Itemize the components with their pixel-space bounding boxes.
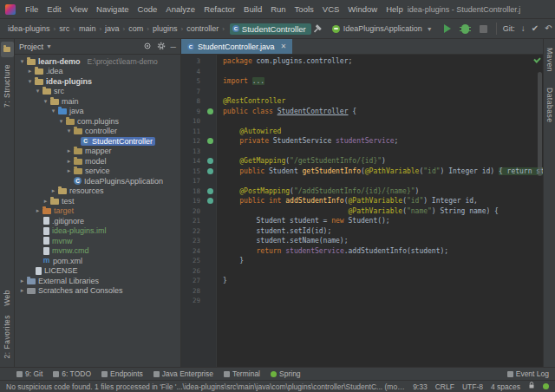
caret-position[interactable]: 9:33 <box>413 382 428 391</box>
tree-item-.idea[interactable]: ▸.idea <box>15 67 180 77</box>
structure-tool-button[interactable]: 7: Structure <box>3 64 11 108</box>
menu-run[interactable]: Run <box>266 4 290 14</box>
run-button[interactable] <box>441 23 454 35</box>
menu-navigate[interactable]: Navigate <box>92 4 134 14</box>
debug-button[interactable] <box>460 23 472 35</box>
file-encoding[interactable]: UTF-8 <box>462 382 483 391</box>
tree-item-target[interactable]: ▸target <box>15 206 180 217</box>
breadcrumb-item-java[interactable]: java <box>104 24 121 33</box>
menu-code[interactable]: Code <box>134 4 162 14</box>
breadcrumb-item-src[interactable]: src <box>58 24 70 33</box>
chevron-collapsed-icon[interactable]: ▸ <box>18 287 26 294</box>
project-panel-title[interactable]: Project <box>19 42 43 51</box>
chevron-expanded-icon[interactable]: ▾ <box>26 78 34 85</box>
chevron-collapsed-icon[interactable]: ▸ <box>18 278 26 284</box>
menu-file[interactable]: File <box>21 4 42 14</box>
chevron-collapsed-icon[interactable]: ▸ <box>34 207 42 214</box>
tree-item-mvnw[interactable]: mvnw <box>15 236 180 246</box>
tree-item-idea-plugins.iml[interactable]: idea-plugins.iml <box>15 226 180 237</box>
tree-item-mvnw.cmd[interactable]: mvnw.cmd <box>15 246 180 257</box>
menu-window[interactable]: Window <box>343 4 382 14</box>
chevron-collapsed-icon[interactable]: ▸ <box>42 198 49 205</box>
web-tool-button[interactable]: Web <box>3 290 11 306</box>
menu-refactor[interactable]: Refactor <box>199 4 239 14</box>
spring-bean-gutter-icon[interactable] <box>207 108 213 114</box>
chevron-collapsed-icon[interactable]: ▸ <box>65 158 73 165</box>
maven-tool-button[interactable]: Maven <box>545 48 554 72</box>
spring-map-gutter-icon[interactable] <box>207 188 213 194</box>
tree-item-src[interactable]: ▾src <box>15 87 180 97</box>
tree-item-LICENSE[interactable]: LICENSE <box>15 266 180 277</box>
tree-item-.gitignore[interactable]: .gitignore <box>15 216 180 226</box>
tree-item-test[interactable]: ▸test <box>15 196 180 206</box>
toolwindow-button-6-todo[interactable]: 6: TODO <box>53 369 91 378</box>
favorites-tool-button[interactable]: 2: Favorites <box>3 315 11 358</box>
locate-file-icon[interactable] <box>143 42 152 52</box>
chevron-down-icon[interactable]: ▼ <box>46 43 52 49</box>
chevron-collapsed-icon[interactable]: ▸ <box>49 187 57 194</box>
run-config-selector[interactable]: IdeaPluginsApplication ▼ <box>330 23 435 34</box>
chevron-expanded-icon[interactable]: ▾ <box>34 88 42 95</box>
menu-help[interactable]: Help <box>382 4 408 14</box>
toolwindow-button-terminal[interactable]: Terminal <box>224 369 260 378</box>
lock-icon[interactable] <box>528 382 535 391</box>
tree-item-controller[interactable]: ▾controller <box>15 127 180 137</box>
chevron-expanded-icon[interactable]: ▾ <box>57 118 65 125</box>
editor-scrollbar[interactable] <box>538 72 542 176</box>
spring-bean-gutter-icon[interactable] <box>207 138 213 144</box>
chevron-expanded-icon[interactable]: ▾ <box>42 98 49 105</box>
tree-item-main[interactable]: ▾main <box>15 96 180 107</box>
tree-item-Scratches and Consoles[interactable]: ▸Scratches and Consoles <box>15 286 180 297</box>
tab-studentcontroller[interactable]: C StudentController.java ✕ <box>181 39 292 54</box>
breadcrumb-item-plugins[interactable]: plugins <box>152 24 179 33</box>
toolwindow-button-event-log[interactable]: Event Log <box>507 369 549 378</box>
menu-edit[interactable]: Edit <box>42 4 65 14</box>
menu-tools[interactable]: Tools <box>291 4 318 14</box>
chevron-expanded-icon[interactable]: ▾ <box>65 127 73 134</box>
breadcrumb-item-controller[interactable]: controller <box>186 24 219 33</box>
chevron-expanded-icon[interactable]: ▾ <box>18 58 26 65</box>
build-hammer-icon[interactable] <box>311 23 323 35</box>
tree-item-idea-plugins[interactable]: ▾idea-plugins <box>15 76 180 87</box>
breadcrumb-item-com[interactable]: com <box>127 24 144 33</box>
toolwindow-button-9-git[interactable]: 9: Git <box>16 369 42 378</box>
tree-item-resources[interactable]: ▸resources <box>15 186 180 197</box>
stop-button[interactable] <box>478 23 490 35</box>
tree-item-service[interactable]: ▸service <box>15 167 180 177</box>
tree-item-StudentController[interactable]: CStudentController <box>15 136 180 147</box>
database-tool-button[interactable]: Database <box>545 88 554 122</box>
tree-item-java[interactable]: ▾java <box>15 107 180 117</box>
menu-build[interactable]: Build <box>239 4 266 14</box>
code-editor[interactable]: 3package com.plugins.controller;45import… <box>181 55 543 367</box>
breadcrumb-class-chip[interactable]: C StudentController <box>230 23 311 35</box>
toolwindow-button-endpoints[interactable]: Endpoints <box>101 369 143 378</box>
tree-item-IdeaPluginsApplication[interactable]: CIdeaPluginsApplication <box>15 176 180 186</box>
tree-item-model[interactable]: ▸model <box>15 156 180 167</box>
line-separator[interactable]: CRLF <box>435 382 454 391</box>
tree-item-learn-demo[interactable]: ▾learn-demoE:\project\learn-demo <box>15 56 180 67</box>
chevron-collapsed-icon[interactable]: ▸ <box>26 68 34 75</box>
git-update-icon[interactable]: ↓ <box>521 23 526 35</box>
spring-map-gutter-icon[interactable] <box>207 198 213 204</box>
git-rollback-icon[interactable]: ↶ <box>545 23 552 35</box>
spring-map-gutter-icon[interactable] <box>207 158 213 164</box>
project-tool-button[interactable] <box>1 42 14 57</box>
toolwindow-button-java-enterprise[interactable]: Java Enterprise <box>153 369 213 378</box>
chevron-expanded-icon[interactable]: ▾ <box>49 108 57 114</box>
chevron-collapsed-icon[interactable]: ▸ <box>65 167 73 174</box>
menu-view[interactable]: View <box>66 4 92 14</box>
breadcrumb-item-main[interactable]: main <box>78 24 97 33</box>
spring-map-gutter-icon[interactable] <box>207 168 213 174</box>
breadcrumb-item-idea-plugins[interactable]: idea-plugins <box>7 24 51 33</box>
tree-item-mapper[interactable]: ▸mapper <box>15 147 180 157</box>
menu-vcs[interactable]: VCS <box>318 4 344 14</box>
toolwindow-button-spring[interactable]: Spring <box>271 369 301 378</box>
git-commit-icon[interactable]: ✔ <box>532 23 539 35</box>
chevron-collapsed-icon[interactable]: ▸ <box>65 147 73 154</box>
indent-setting[interactable]: 4 spaces <box>491 382 520 391</box>
tree-item-pom.xml[interactable]: mpom.xml <box>15 256 180 266</box>
tree-item-External Libraries[interactable]: ▸External Libraries <box>15 276 180 286</box>
close-icon[interactable]: ✕ <box>281 42 287 50</box>
gear-icon[interactable] <box>157 42 166 52</box>
tree-item-com.plugins[interactable]: ▾com.plugins <box>15 116 180 127</box>
